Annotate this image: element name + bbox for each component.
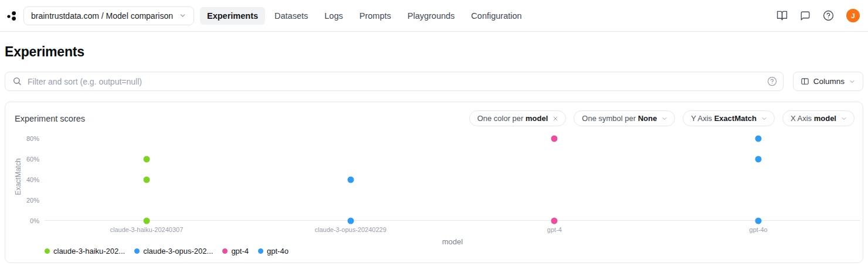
legend-swatch-icon — [258, 248, 263, 254]
chevron-down-icon — [849, 78, 856, 85]
x-axis-tick-label: gpt-4 — [547, 226, 562, 233]
plot-area — [45, 132, 860, 221]
y-axis-tick-label: 0% — [30, 217, 39, 224]
tab-playgrounds[interactable]: Playgrounds — [401, 7, 462, 25]
experiment-scores-panel: Experiment scores One color per modelOne… — [5, 102, 863, 263]
data-point[interactable] — [755, 136, 762, 142]
chart-chip-model[interactable]: One color per model — [469, 110, 567, 126]
tab-experiments[interactable]: Experiments — [200, 7, 265, 25]
data-point[interactable] — [143, 177, 150, 183]
data-point[interactable] — [347, 218, 354, 224]
legend-swatch-icon — [222, 248, 228, 254]
page-content: Experiments Columns Experiment scores On… — [0, 44, 868, 263]
legend-item[interactable]: claude-3-haiku-202... — [45, 247, 125, 255]
legend-swatch-icon — [134, 248, 140, 254]
x-axis-labels: claude-3-haiku-20240307claude-3-opus-202… — [45, 226, 860, 234]
chart-chip-exactmatch[interactable]: Y Axis ExactMatch — [683, 110, 775, 126]
data-point[interactable] — [143, 156, 150, 163]
filter-input[interactable] — [5, 72, 784, 91]
legend-label: gpt-4o — [267, 247, 289, 255]
y-axis-ticks: 0%20%40%60%80% — [5, 132, 39, 221]
chip-value: model — [525, 114, 548, 123]
legend-swatch-icon — [45, 248, 50, 254]
legend-item[interactable]: gpt-4o — [258, 247, 289, 255]
help-icon[interactable] — [823, 10, 834, 21]
columns-icon — [801, 77, 809, 86]
page-title: Experiments — [5, 44, 863, 60]
chart-config-chips: One color per modelOne symbol per NoneY … — [469, 110, 855, 126]
y-axis-tick-label: 60% — [26, 156, 39, 163]
data-point[interactable] — [755, 218, 762, 224]
chip-label: X Axis model — [791, 114, 836, 123]
docs-icon[interactable] — [777, 10, 788, 21]
legend-label: claude-3-haiku-202... — [53, 247, 125, 255]
chevron-down-icon[interactable] — [761, 115, 768, 122]
chart-chip-none[interactable]: One symbol per None — [574, 110, 675, 126]
braintrust-logo-icon — [6, 10, 18, 22]
chevron-down-icon — [179, 12, 187, 19]
data-point[interactable] — [347, 177, 354, 183]
panel-header: Experiment scores One color per modelOne… — [5, 102, 863, 126]
tab-configuration[interactable]: Configuration — [464, 7, 528, 25]
y-axis-tick-label: 80% — [26, 135, 39, 142]
main-nav-tabs: ExperimentsDatasetsLogsPromptsPlayground… — [200, 7, 529, 25]
data-point[interactable] — [551, 136, 558, 142]
project-breadcrumb[interactable]: braintrustdata.com / Model comparison — [23, 6, 194, 25]
x-axis-tick-label: claude-3-haiku-20240307 — [110, 226, 183, 233]
chip-label: One color per model — [477, 114, 548, 123]
legend-item[interactable]: claude-3-opus-202... — [134, 247, 213, 255]
x-axis-tick-label: gpt-4o — [750, 226, 768, 233]
x-axis-title: model — [45, 237, 860, 246]
panel-title: Experiment scores — [15, 114, 85, 123]
feedback-icon[interactable] — [800, 11, 811, 21]
chip-value: None — [638, 114, 657, 123]
data-point[interactable] — [755, 156, 762, 163]
tab-logs[interactable]: Logs — [317, 7, 350, 25]
columns-button[interactable]: Columns — [793, 72, 863, 91]
data-point[interactable] — [143, 218, 150, 224]
tab-datasets[interactable]: Datasets — [267, 7, 315, 25]
chip-label: One symbol per None — [582, 114, 657, 123]
chip-value: model — [814, 114, 836, 123]
top-bar: braintrustdata.com / Model comparison Ex… — [0, 0, 868, 32]
y-axis-tick-label: 40% — [26, 176, 39, 183]
data-point[interactable] — [551, 218, 558, 224]
user-avatar[interactable]: J — [846, 9, 860, 22]
legend-label: gpt-4 — [231, 247, 249, 255]
topbar-actions: J — [777, 9, 860, 22]
chevron-down-icon[interactable] — [661, 115, 668, 122]
chip-label: Y Axis ExactMatch — [691, 114, 757, 123]
chevron-down-icon[interactable] — [840, 115, 847, 122]
columns-button-label: Columns — [813, 77, 845, 86]
close-icon[interactable] — [552, 115, 559, 122]
x-axis-tick-label: claude-3-opus-20240229 — [314, 226, 386, 233]
chart-chip-model[interactable]: X Axis model — [782, 110, 855, 126]
scatter-chart: ExactMatch 0%20%40%60%80% claude-3-haiku… — [5, 126, 863, 264]
chart-legend: claude-3-haiku-202...claude-3-opus-202..… — [45, 247, 289, 255]
tab-prompts[interactable]: Prompts — [352, 7, 398, 25]
chip-value: ExactMatch — [714, 114, 757, 123]
filter-row: Columns — [5, 72, 863, 91]
legend-item[interactable]: gpt-4 — [222, 247, 249, 255]
legend-label: claude-3-opus-202... — [143, 247, 213, 255]
filter-help-icon[interactable] — [767, 76, 777, 88]
breadcrumb-label: braintrustdata.com / Model comparison — [31, 11, 173, 21]
y-axis-tick-label: 20% — [26, 197, 39, 204]
filter-box — [5, 72, 784, 91]
